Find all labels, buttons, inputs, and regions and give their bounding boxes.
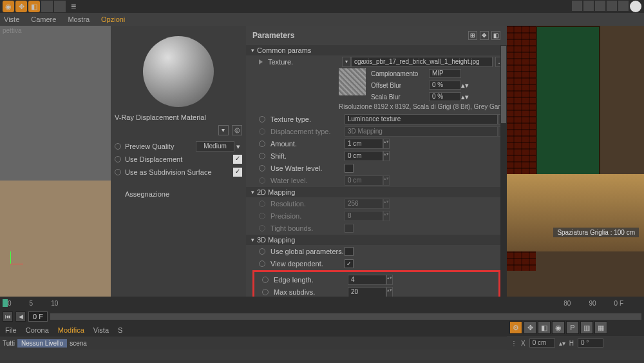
texture-details: Campionamento MIP Offset Blur 0 % ▴▾ Sca… (246, 68, 507, 102)
spinner-icon[interactable]: ▴▾ (461, 93, 469, 101)
panel-icon-1[interactable] (595, 1, 605, 11)
param-dot-icon[interactable] (259, 165, 265, 172)
param-dot-icon[interactable] (259, 260, 265, 267)
menu-mostra[interactable]: Mostra (68, 15, 90, 23)
nessun-livello-chip[interactable]: Nessun Livello (17, 339, 67, 348)
tool-icon-5[interactable] (54, 1, 66, 12)
resolution-row: Resolution 256 ▴▾ (246, 198, 507, 210)
spinner-icon[interactable]: ▴▾ (386, 275, 393, 285)
param-dot-icon[interactable] (259, 248, 265, 255)
prev-frame-button[interactable]: ◀ (15, 311, 26, 322)
spinner-icon[interactable]: ▴▾ (383, 151, 390, 161)
panel-mode-icon-3[interactable]: ◧ (491, 31, 500, 40)
menu-corona[interactable]: Corona (26, 326, 49, 334)
hamburger-icon[interactable]: ≡ (71, 1, 76, 12)
panel-mode-icon-2[interactable]: ✥ (480, 31, 489, 40)
texture-thumbnail[interactable] (339, 68, 366, 95)
use-global-row: Use global parameters (246, 246, 507, 257)
3d-mapping-section[interactable]: 3D Mapping (246, 235, 507, 245)
prev-key-button[interactable]: ⏮ (3, 311, 13, 322)
bulb-icon[interactable] (630, 1, 641, 12)
param-dot-icon[interactable] (115, 143, 121, 150)
menu-opzioni[interactable]: Opzioni (101, 15, 125, 23)
menu-s[interactable]: S (118, 326, 122, 334)
param-dot-icon[interactable] (115, 169, 121, 175)
param-dot-icon[interactable] (262, 277, 269, 283)
grid-icon-2[interactable]: ▦ (594, 321, 607, 334)
precision-row: Precision 8 ▴▾ (246, 210, 507, 222)
scrollbar[interactable] (500, 45, 507, 297)
shift-row: Shift 0 cm ▴▾ (246, 150, 507, 162)
move-icon[interactable]: ✥ (524, 321, 536, 334)
parameters-header: Parameters ⊞ ✥ ◧ (246, 26, 507, 45)
cube-icon[interactable]: ◧ (538, 321, 551, 334)
current-frame-field[interactable]: 0 F (28, 311, 48, 322)
campionamento-select[interactable]: MIP (429, 69, 461, 78)
2d-mapping-section[interactable]: 2D Mapping (246, 187, 507, 197)
spinner-icon[interactable]: ▴▾ (386, 287, 393, 297)
material-preview-sphere[interactable] (143, 36, 214, 107)
dropdown-icon[interactable]: ▾ (218, 125, 229, 135)
view-dependent-checkbox[interactable] (345, 259, 354, 268)
param-dot-icon[interactable] (259, 116, 265, 123)
chevron-down-icon[interactable]: ▾ (234, 142, 242, 151)
texture-path-field[interactable]: cgaxis_pbr_17_red_brick_wall_1_height.jp… (351, 57, 493, 67)
viewport-left[interactable]: pettiva (0, 26, 111, 297)
max-subdivs-field[interactable]: 20 (348, 287, 386, 297)
panel-icon-2[interactable] (607, 1, 617, 11)
p-icon[interactable]: P (566, 321, 579, 334)
circle-icon[interactable]: ◉ (552, 321, 565, 334)
tool-icon-2[interactable]: ✥ (15, 1, 27, 12)
menu-file[interactable]: File (5, 326, 17, 334)
nav-back-icon[interactable] (572, 1, 582, 11)
use-water-checkbox[interactable] (345, 164, 354, 173)
param-dot-icon[interactable] (115, 156, 121, 162)
texture-dropdown[interactable] (342, 57, 351, 67)
menu-camere[interactable]: Camere (31, 15, 56, 23)
param-dot-icon[interactable] (259, 153, 265, 159)
viewport-right[interactable]: Spaziatura Griglia : 100 cm (507, 26, 644, 297)
spinner-icon[interactable]: ▴▾ (383, 139, 390, 149)
timeline-track[interactable] (50, 313, 641, 320)
use-water-row: Use Water level (246, 162, 507, 174)
x-field[interactable]: 0 cm (529, 338, 555, 348)
water-level-row: Water level 0 cm ▴▾ (246, 175, 507, 186)
spinner-icon[interactable]: ▴▾ (559, 340, 565, 347)
offset-blur-field[interactable]: 0 % (429, 81, 461, 90)
param-dot-icon[interactable] (262, 289, 269, 295)
use-subdiv-checkbox[interactable]: ✓ (233, 168, 242, 177)
tutti-label[interactable]: Tutti (3, 340, 15, 347)
menu-vista[interactable]: Vista (93, 326, 109, 334)
menu-modifica[interactable]: Modifica (58, 326, 84, 334)
preview-quality-select[interactable]: Medium (196, 141, 234, 152)
nav-fwd-icon[interactable] (583, 1, 594, 11)
gear-icon[interactable]: ⚙ (509, 321, 522, 334)
param-dot-icon[interactable] (259, 141, 265, 147)
timeline-ruler[interactable]: 0 5 10 80 90 0 F (0, 297, 644, 309)
shift-field[interactable]: 0 cm (345, 151, 383, 161)
amount-field[interactable]: 1 cm (345, 139, 383, 149)
common-params-section[interactable]: Common params (246, 45, 507, 55)
scala-blur-field[interactable]: 0 % (429, 92, 461, 101)
coord-separator-icon: ⋮ (511, 340, 517, 347)
panel-icon-3[interactable] (618, 1, 629, 11)
texture-type-select[interactable]: Luminance texture (345, 114, 498, 124)
tool-icon-1[interactable]: ◉ (3, 1, 14, 12)
target-icon[interactable]: ◎ (232, 125, 242, 135)
grid-icon-1[interactable]: ▥ (580, 321, 593, 334)
edge-length-field[interactable]: 4 (348, 275, 386, 285)
expand-icon[interactable] (259, 59, 263, 64)
h-field[interactable]: 0 ° (578, 338, 603, 348)
tool-icon-3[interactable]: ◧ (28, 1, 40, 12)
scena-label[interactable]: scena (70, 340, 87, 347)
h-label: H (569, 340, 574, 347)
tight-bounds-2d-label: Tight bounds (270, 224, 345, 232)
spinner-icon[interactable]: ▴▾ (461, 81, 469, 90)
panel-mode-icon-1[interactable]: ⊞ (468, 31, 477, 40)
tool-icon-4[interactable] (41, 1, 53, 12)
use-displacement-checkbox[interactable]: ✓ (233, 155, 242, 164)
scroll-thumb[interactable] (501, 46, 506, 123)
menu-viste[interactable]: Viste (4, 15, 19, 23)
use-global-checkbox[interactable] (345, 247, 354, 256)
timeline-marker[interactable] (3, 299, 8, 307)
